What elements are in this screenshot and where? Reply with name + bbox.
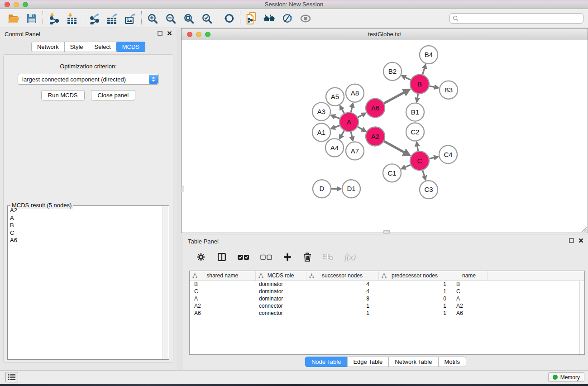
graph-edge-C-C2[interactable] <box>417 142 418 151</box>
delete-table-button[interactable] <box>323 254 334 261</box>
table-cell[interactable]: connector <box>255 302 306 310</box>
graph-node-B4[interactable]: B4 <box>420 46 438 64</box>
close-table-panel-icon[interactable] <box>578 238 583 243</box>
tab-select[interactable]: Select <box>89 42 117 52</box>
table-cell[interactable]: A6 <box>451 310 487 317</box>
graph-node-B3[interactable]: B3 <box>440 81 458 99</box>
column-header-shared-name[interactable]: shared name <box>190 271 255 281</box>
zoom-fit-button[interactable] <box>180 10 198 27</box>
table-cell[interactable]: 1 <box>378 288 451 295</box>
graph-node-A[interactable]: A <box>339 113 359 132</box>
import-table-button[interactable] <box>63 10 81 27</box>
run-mcds-button[interactable]: Run MCDS <box>41 90 85 100</box>
task-history-button[interactable] <box>5 372 18 382</box>
delete-column-button[interactable] <box>303 252 312 262</box>
graph-node-A8[interactable]: A8 <box>346 84 364 102</box>
tab-network-table[interactable]: Network Table <box>388 357 438 367</box>
graph-node-C2[interactable]: C2 <box>406 123 424 141</box>
column-layout-button[interactable] <box>217 252 227 262</box>
graph-edge-A-A5[interactable] <box>340 106 344 114</box>
table-scrollbar[interactable] <box>579 281 584 354</box>
zoom-window-button[interactable] <box>23 2 28 7</box>
graph-edge-A-A4[interactable] <box>339 131 344 139</box>
table-cell[interactable]: A2 <box>451 302 487 310</box>
memory-button[interactable]: Memory <box>548 372 584 382</box>
table-cell[interactable]: C <box>190 288 255 295</box>
minimize-window-button[interactable] <box>14 2 19 7</box>
graph-edge-C-C3[interactable] <box>423 170 426 180</box>
table-cell[interactable]: dominator <box>255 281 306 288</box>
graph-node-B[interactable]: B <box>410 75 429 94</box>
column-header-name[interactable]: name <box>451 271 487 281</box>
graph-edge-B-B4[interactable] <box>422 65 425 75</box>
mcds-result-item[interactable]: B <box>10 222 162 229</box>
float-table-panel-icon[interactable] <box>569 238 574 243</box>
graph-node-A4[interactable]: A4 <box>325 138 344 157</box>
show-hide-panel-button[interactable] <box>296 10 315 27</box>
network-graph[interactable]: AA1A2A3A4A5A6A7A8BB1B2B3B4CC1C2C3C4DD1 <box>182 40 588 233</box>
close-panel-button[interactable]: Close panel <box>91 90 136 100</box>
network-zoom-button[interactable] <box>205 32 210 37</box>
mcds-result-scrollbar[interactable] <box>163 206 168 359</box>
graph-node-C4[interactable]: C4 <box>439 145 457 163</box>
network-minimize-button[interactable] <box>196 32 201 37</box>
mcds-result-item[interactable]: A2 <box>10 207 162 214</box>
export-table-button[interactable] <box>103 10 121 27</box>
table-cell[interactable]: 1 <box>378 302 451 310</box>
refresh-button[interactable] <box>220 10 238 27</box>
table-cell[interactable]: C <box>451 288 487 295</box>
close-panel-icon[interactable] <box>167 31 172 36</box>
export-network-button[interactable] <box>85 10 103 27</box>
graph-node-C[interactable]: C <box>410 151 429 170</box>
zoom-selected-button[interactable] <box>198 10 216 27</box>
tab-style[interactable]: Style <box>64 42 89 52</box>
tab-edge-table[interactable]: Edge Table <box>347 357 389 367</box>
open-session-button[interactable] <box>5 10 23 27</box>
graph-node-D1[interactable]: D1 <box>342 180 360 198</box>
table-settings-button[interactable] <box>196 252 206 262</box>
graph-edge-A-A1[interactable] <box>331 125 340 129</box>
graph-node-A2[interactable]: A2 <box>366 127 385 146</box>
graph-edge-C-C1[interactable] <box>402 165 411 169</box>
table-row[interactable]: A2connector11A2 <box>190 302 584 310</box>
save-session-button[interactable] <box>23 10 41 27</box>
graph-edge-B-B1[interactable] <box>417 94 418 101</box>
mcds-result-item[interactable]: A <box>10 214 162 222</box>
add-column-button[interactable] <box>283 253 292 262</box>
table-cell[interactable]: 1 <box>306 310 378 317</box>
table-cell[interactable]: 0 <box>378 295 451 302</box>
graph-node-B1[interactable]: B1 <box>406 103 424 121</box>
graph-edge-A6-B[interactable] <box>384 90 409 103</box>
mcds-result-item[interactable]: C <box>10 229 162 237</box>
new-network-from-selection-button[interactable] <box>242 10 260 27</box>
import-network-button[interactable] <box>45 10 63 27</box>
graph-node-A3[interactable]: A3 <box>312 103 330 121</box>
close-window-button[interactable] <box>5 2 10 7</box>
graph-node-A6[interactable]: A6 <box>366 99 385 118</box>
table-cell[interactable]: 8 <box>306 295 378 302</box>
graph-node-D[interactable]: D <box>313 180 331 198</box>
tab-node-table[interactable]: Node Table <box>305 357 348 367</box>
tab-network[interactable]: Network <box>31 42 65 52</box>
graph-edge-A-A3[interactable] <box>331 115 340 119</box>
graph-edge-A-A7[interactable] <box>351 132 353 141</box>
graph-edge-A-A8[interactable] <box>351 103 353 112</box>
export-image-button[interactable] <box>121 10 139 27</box>
table-row[interactable]: Bdominator41B <box>190 281 584 288</box>
graph-edge-B-B3[interactable] <box>430 86 439 88</box>
toggle-graphics-details-button[interactable] <box>278 10 296 27</box>
graph-node-C3[interactable]: C3 <box>420 181 438 199</box>
table-row[interactable]: A6connector11A6 <box>190 310 584 317</box>
mcds-result-item[interactable]: A6 <box>10 237 162 244</box>
canvas-scroll-nub-vertical[interactable] <box>181 186 184 192</box>
graph-node-C1[interactable]: C1 <box>383 164 401 182</box>
graph-edge-A-A6[interactable] <box>358 113 365 117</box>
graph-node-B2[interactable]: B2 <box>383 62 402 81</box>
column-header-successor-nodes[interactable]: successor nodes <box>306 271 378 281</box>
float-panel-icon[interactable] <box>158 31 163 36</box>
graph-edge-B-B2[interactable] <box>402 76 411 80</box>
first-neighbors-button[interactable] <box>260 10 278 27</box>
graph-edge-A2-C[interactable] <box>384 141 409 155</box>
tab-motifs[interactable]: Motifs <box>438 357 466 367</box>
window-resize-grip[interactable] <box>581 226 587 232</box>
